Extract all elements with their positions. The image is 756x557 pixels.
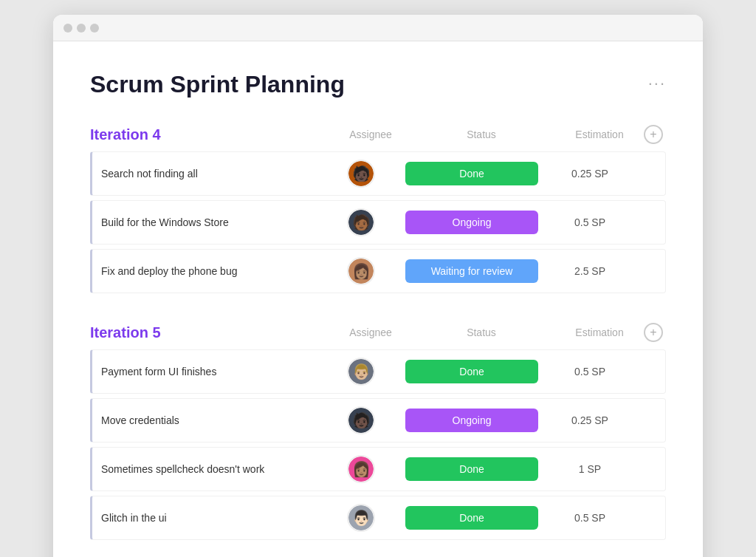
titlebar	[53, 15, 703, 41]
status-badge: Done	[405, 457, 538, 481]
close-light	[63, 24, 72, 33]
task-name: Sometimes spellcheck doesn't work	[101, 463, 324, 475]
minimize-light	[77, 24, 86, 33]
window-content: Scrum Sprint Planning ··· Iteration 4 As…	[53, 41, 703, 557]
status-badge: Ongoing	[405, 211, 538, 234]
avatar: 🧑🏿	[347, 160, 375, 188]
task-name: Search not finding all	[101, 168, 324, 180]
task-row: Move credentials 🧑🏿 Ongoing 0.25 SP	[90, 398, 666, 442]
task-name: Payment form UI finishes	[101, 366, 324, 377]
page-title: Scrum Sprint Planning	[90, 71, 345, 98]
maximize-light	[90, 24, 99, 33]
more-options-button[interactable]: ···	[648, 74, 666, 93]
assignee-col: 🧑🏾	[324, 208, 398, 236]
status-col: Done	[398, 360, 546, 383]
estimation-value: 0.5 SP	[546, 216, 634, 228]
estimation-value: 0.25 SP	[546, 414, 634, 426]
task-name: Move credentials	[101, 414, 324, 426]
status-col-header-4: Status	[408, 129, 555, 140]
avatar-face: 👨🏼	[348, 359, 374, 384]
avatar-face: 🧑🏿	[348, 161, 374, 186]
iteration-5-title: Iteration 5	[90, 324, 334, 341]
avatar-face: 👩🏽	[348, 259, 374, 284]
iteration-4-section: Iteration 4 Assignee Status Estimation +…	[90, 125, 666, 293]
task-row: Payment form UI finishes 👨🏼 Done 0.5 SP	[90, 349, 666, 394]
add-task-button-5[interactable]: +	[644, 323, 663, 342]
assignee-col: 👩🏽	[324, 257, 398, 285]
status-badge: Done	[405, 162, 538, 185]
status-col: Waiting for review	[398, 259, 546, 283]
status-col: Done	[398, 506, 546, 530]
estimation-value: 2.5 SP	[546, 265, 634, 277]
assignee-col: 🧑🏿	[324, 406, 398, 434]
avatar: 👨🏻	[347, 504, 375, 532]
assignee-col-header-4: Assignee	[334, 129, 408, 140]
assignee-col: 👨🏼	[324, 358, 398, 386]
estimation-col-header-4: Estimation	[555, 129, 644, 140]
estimation-value: 0.5 SP	[546, 512, 634, 524]
task-name: Fix and deploy the phone bug	[101, 265, 324, 277]
task-name: Build for the Windows Store	[101, 216, 324, 228]
task-row: Fix and deploy the phone bug 👩🏽 Waiting …	[90, 249, 666, 293]
status-col: Ongoing	[398, 409, 546, 432]
status-col: Done	[398, 457, 546, 481]
assignee-col: 🧑🏿	[324, 160, 398, 188]
avatar-face: 🧑🏿	[348, 408, 374, 433]
avatar-face: 👨🏻	[348, 505, 374, 530]
app-window: Scrum Sprint Planning ··· Iteration 4 As…	[53, 15, 703, 557]
status-col: Done	[398, 162, 546, 185]
avatar-face: 🧑🏾	[348, 210, 374, 235]
avatar: 👨🏼	[347, 358, 375, 386]
task-name: Glitch in the ui	[101, 512, 324, 524]
status-col-header-5: Status	[408, 327, 555, 338]
task-row: Sometimes spellcheck doesn't work 👩🏽 Don…	[90, 447, 666, 491]
avatar: 👩🏽	[347, 455, 375, 483]
iteration-4-header: Iteration 4 Assignee Status Estimation +	[90, 125, 666, 144]
avatar: 🧑🏿	[347, 406, 375, 434]
page-header: Scrum Sprint Planning ···	[90, 71, 666, 98]
estimation-value: 0.5 SP	[546, 366, 634, 377]
iteration-5-header: Iteration 5 Assignee Status Estimation +	[90, 323, 666, 342]
status-badge: Ongoing	[405, 409, 538, 432]
status-badge: Waiting for review	[405, 259, 538, 283]
traffic-lights	[63, 24, 99, 33]
status-badge: Done	[405, 360, 538, 383]
assignee-col-header-5: Assignee	[334, 327, 408, 338]
status-col: Ongoing	[398, 211, 546, 234]
status-badge: Done	[405, 506, 538, 530]
iteration-5-section: Iteration 5 Assignee Status Estimation +…	[90, 323, 666, 540]
task-row: Glitch in the ui 👨🏻 Done 0.5 SP	[90, 496, 666, 540]
assignee-col: 👩🏽	[324, 455, 398, 483]
estimation-value: 0.25 SP	[546, 168, 634, 180]
avatar: 🧑🏾	[347, 208, 375, 236]
assignee-col: 👨🏻	[324, 504, 398, 532]
iteration-4-title: Iteration 4	[90, 126, 334, 143]
estimation-value: 1 SP	[546, 463, 634, 475]
avatar-face: 👩🏽	[348, 457, 374, 482]
estimation-col-header-5: Estimation	[555, 327, 644, 338]
task-row: Search not finding all 🧑🏿 Done 0.25 SP	[90, 151, 666, 196]
avatar: 👩🏽	[347, 257, 375, 285]
task-row: Build for the Windows Store 🧑🏾 Ongoing 0…	[90, 200, 666, 245]
add-task-button-4[interactable]: +	[644, 125, 663, 144]
